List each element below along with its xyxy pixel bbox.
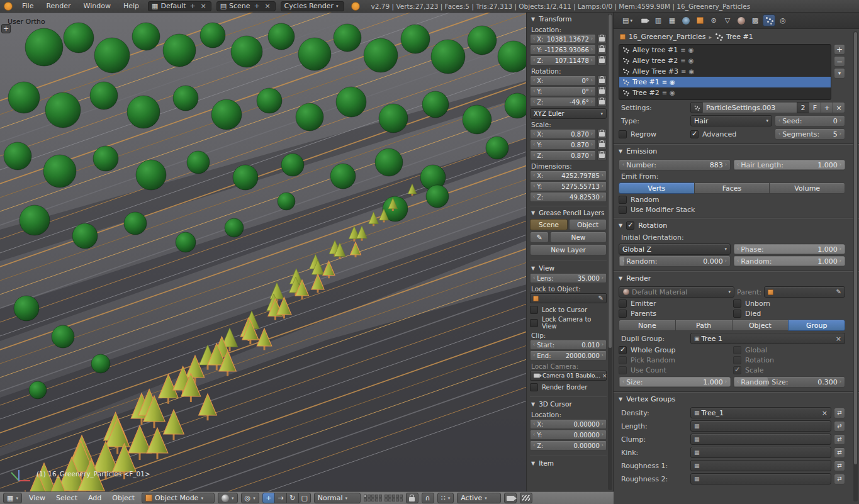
eye-icon[interactable]: ◉ <box>688 57 694 64</box>
clump-field[interactable]: ▦ <box>690 434 831 445</box>
users-count-button[interactable]: 2 <box>797 102 809 113</box>
particle-system-row[interactable]: Alley tree #1 ≡ ◉ <box>619 45 831 55</box>
gp-object-tab[interactable]: Object <box>569 219 607 230</box>
grease-pencil-panel-header[interactable]: ▼ Grease Pencil Layers <box>530 207 607 218</box>
menu-object[interactable]: Object <box>108 494 138 502</box>
dupli-group-field[interactable]: ▣ Tree 1 × <box>690 333 845 344</box>
layers-grid-right[interactable] <box>385 495 403 501</box>
kink-field[interactable]: ▦ <box>690 447 831 458</box>
particle-type-select[interactable]: Hair ▾ <box>690 115 772 126</box>
screen-layout-selector[interactable]: ▦ Default + × <box>148 1 211 11</box>
layer-cell[interactable] <box>388 495 391 498</box>
layers-widget[interactable] <box>364 495 403 501</box>
settings-icon[interactable]: ≡ <box>662 89 667 96</box>
properties-scrollbar[interactable] <box>853 31 858 501</box>
toolshelf-toggle[interactable]: + <box>1 24 11 33</box>
item-panel-header[interactable]: ▼ Item <box>530 457 607 468</box>
layer-cell[interactable] <box>368 498 371 501</box>
manipulator-toggle[interactable]: + <box>262 493 275 503</box>
emission-panel-header[interactable]: ▼ Emission <box>614 145 859 157</box>
opengl-render-image-button[interactable] <box>504 493 517 503</box>
lock-scale-z-icon[interactable] <box>597 150 607 160</box>
lock-location-y-icon[interactable] <box>597 45 607 55</box>
layer-cell[interactable] <box>400 495 403 498</box>
particle-system-row[interactable]: Tree #2 ≡ ◉ <box>619 87 831 98</box>
local-camera-field[interactable]: Camera 01 Baublo... × <box>530 371 607 381</box>
mode-select[interactable]: Object Mode ▾ <box>142 493 215 503</box>
layer-cell[interactable] <box>371 495 374 498</box>
transform-orientation-select[interactable]: Normal ▾ <box>314 493 361 503</box>
gp-new-layer-button[interactable]: New Layer <box>530 244 607 255</box>
clip-end-field[interactable]: ‹End:20000.000› <box>530 350 607 361</box>
layer-cell[interactable] <box>396 498 399 501</box>
properties-editor-select[interactable]: ▤▾ <box>618 14 637 26</box>
rotation-enable-checkbox[interactable] <box>626 221 634 230</box>
lock-to-object-field[interactable]: ✎ <box>530 293 607 303</box>
parent-field[interactable]: ✎ <box>764 286 845 298</box>
dimensions-x-field[interactable]: ‹X:4252.79785› <box>530 171 607 181</box>
particle-specials-menu[interactable]: ▾ <box>834 68 845 79</box>
length-field[interactable]: ▦ <box>690 420 831 432</box>
roughness1-field[interactable]: ▦ <box>690 460 831 471</box>
layer-cell[interactable] <box>392 498 395 501</box>
lock-rotation-x-icon[interactable] <box>597 76 607 86</box>
parents-checkbox[interactable] <box>619 310 627 318</box>
layer-cell[interactable] <box>375 495 378 498</box>
viewport-shading-select[interactable]: ▾ <box>218 493 238 503</box>
invert-roughness1-icon[interactable]: ⇄ <box>834 461 845 471</box>
invert-roughness2-icon[interactable]: ⇄ <box>834 474 845 484</box>
texture-tab[interactable]: ▩ <box>749 14 761 26</box>
random-checkbox[interactable] <box>619 196 627 204</box>
cursor-x-field[interactable]: ‹X:0.00000› <box>530 419 607 429</box>
scale-y-field[interactable]: ‹Y:0.870› <box>530 140 596 150</box>
layer-cell[interactable] <box>379 495 382 498</box>
object-tab[interactable] <box>693 14 706 26</box>
segments-field[interactable]: ‹Segments:5› <box>775 128 845 140</box>
menu-file[interactable]: File <box>16 2 39 10</box>
menu-render[interactable]: Render <box>40 2 76 10</box>
delete-scene-button[interactable]: × <box>264 2 272 10</box>
lock-rotation-z-icon[interactable] <box>597 97 607 107</box>
3d-cursor-panel-header[interactable]: ▼ 3D Cursor <box>530 398 607 409</box>
editor-type-select[interactable]: ▦ ▾ <box>3 493 22 503</box>
location-x-field[interactable]: ‹X:10381.13672› <box>530 34 596 44</box>
invert-clump-icon[interactable]: ⇄ <box>834 434 845 445</box>
lens-field[interactable]: ‹Lens:35.000› <box>530 273 607 283</box>
particles-tab[interactable] <box>763 14 775 26</box>
scene-selector[interactable]: ▤ Scene + × <box>216 1 276 11</box>
phase-field[interactable]: ‹Phase:1.000› <box>733 244 845 255</box>
clear-group-icon[interactable]: × <box>836 335 841 343</box>
eye-icon[interactable]: ◉ <box>688 68 694 75</box>
lock-location-z-icon[interactable] <box>597 55 607 65</box>
snap-element-select[interactable]: ∷ ▾ <box>437 493 454 503</box>
rotation-panel-header[interactable]: ▼ Rotation <box>614 219 859 232</box>
invert-kink-icon[interactable]: ⇄ <box>834 447 845 458</box>
render-engine-select[interactable]: Cycles Render ▾ <box>281 1 344 11</box>
invert-length-icon[interactable]: ⇄ <box>834 421 845 432</box>
emit-volume-button[interactable]: Volume <box>769 182 845 194</box>
material-tab[interactable] <box>735 14 748 26</box>
vertex-groups-panel-header[interactable]: ▼ Vertex Groups <box>614 393 859 405</box>
dimensions-y-field[interactable]: ‹Y:5275.55713› <box>530 181 607 191</box>
invert-density-icon[interactable]: ⇄ <box>834 408 845 418</box>
add-particle-system-button[interactable]: + <box>834 44 845 55</box>
eye-icon[interactable]: ◉ <box>688 47 694 53</box>
scale-checkbox[interactable] <box>733 366 741 374</box>
location-z-field[interactable]: ‹Z:107.11478› <box>530 55 596 65</box>
rotation-mode-select[interactable]: XYZ Euler▾ <box>530 108 607 119</box>
render-group-button[interactable]: Group <box>788 320 845 331</box>
modifiers-tab[interactable]: ⊛ <box>707 14 720 26</box>
whole-group-checkbox[interactable] <box>619 346 627 354</box>
menu-view[interactable]: View <box>25 494 49 502</box>
layer-cell[interactable] <box>364 498 367 501</box>
snap-magnet-icon[interactable]: ∩ <box>422 493 434 503</box>
3d-viewport[interactable]: User Ortho + (1) 16_Greenery_Particles <… <box>0 13 527 491</box>
cursor-z-field[interactable]: ‹Z:0.00000› <box>530 440 607 451</box>
layer-cell[interactable] <box>371 498 374 501</box>
density-field[interactable]: ▦ Tree_1 × <box>690 407 831 418</box>
render-panel-header[interactable]: ▼ Render <box>614 272 859 284</box>
layer-cell[interactable] <box>385 498 388 501</box>
fake-user-button[interactable]: F <box>809 102 821 113</box>
layer-cell[interactable] <box>379 498 382 501</box>
gp-scene-tab[interactable]: Scene <box>530 219 568 230</box>
